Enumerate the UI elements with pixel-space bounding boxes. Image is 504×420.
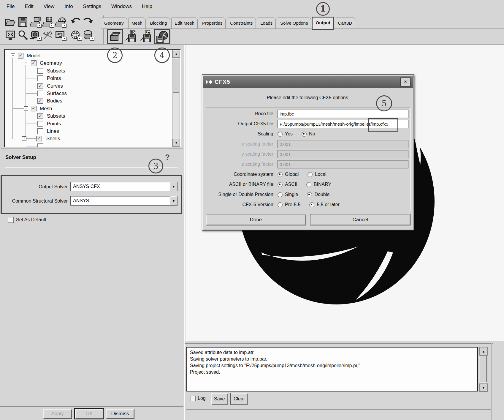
radio-selected-icon: [307, 192, 312, 197]
scaling-yes-radio[interactable]: Yes: [278, 131, 293, 137]
collapse-expander-icon[interactable]: −: [24, 106, 28, 111]
log-scrollbar[interactable]: ▲ ▼: [479, 347, 487, 392]
ascii-binary-row: ASCII or BINARY file: ASCII BINARY: [206, 179, 410, 190]
wireframe-display-button[interactable]: ▼: [69, 29, 82, 41]
help-icon[interactable]: ?: [165, 153, 170, 162]
tree-item-lines[interactable]: Lines: [5, 128, 180, 135]
checkbox-unchecked-icon[interactable]: [37, 68, 43, 74]
dismiss-button[interactable]: Dismiss: [106, 409, 134, 419]
checkbox-checked-icon[interactable]: ✓: [37, 113, 43, 119]
menu-info[interactable]: Info: [64, 4, 73, 10]
log-save-button[interactable]: Save: [211, 393, 228, 405]
write-input-button[interactable]: 4: [154, 29, 170, 45]
log-checkbox[interactable]: [190, 396, 196, 401]
tab-output[interactable]: Output 1: [312, 17, 334, 30]
scroll-down-button[interactable]: ▼: [479, 383, 488, 392]
checkbox-checked-icon[interactable]: ✓: [18, 53, 23, 59]
open-geometry-button[interactable]: ▼: [29, 16, 42, 28]
checkbox-checked-icon[interactable]: ✓: [31, 60, 37, 66]
done-button[interactable]: Done: [206, 214, 306, 225]
checkbox-unchecked-icon[interactable]: [37, 128, 43, 134]
coord-local-radio[interactable]: Local: [308, 172, 326, 177]
tree-item-geometry[interactable]: − ✓ Geometry: [5, 60, 180, 67]
boundary-conditions-button[interactable]: BC: [124, 29, 138, 43]
scroll-up-button[interactable]: ▲: [479, 347, 488, 356]
precision-single-radio[interactable]: Single: [278, 192, 298, 197]
menu-windows[interactable]: Windows: [111, 4, 132, 10]
tree-item-curves[interactable]: ✓ Curves: [5, 83, 180, 90]
log-line: Saving project settings to "F:/25pumps/p…: [190, 362, 474, 369]
checkbox-checked-icon[interactable]: ✓: [37, 98, 43, 104]
tab-cart3d[interactable]: Cart3D: [335, 18, 356, 29]
checkbox-checked-icon[interactable]: ✓: [36, 136, 42, 141]
open-project-button[interactable]: [4, 16, 17, 28]
scrollbar-thumb[interactable]: [480, 356, 487, 382]
checkbox-unchecked-icon[interactable]: [37, 121, 43, 127]
cancel-button[interactable]: Cancel: [310, 214, 411, 225]
tab-mesh[interactable]: Mesh: [128, 18, 146, 29]
scaling-no-radio[interactable]: No: [302, 131, 315, 137]
tab-properties[interactable]: Properties: [199, 18, 226, 29]
boundary-conditions-icon: BC: [124, 30, 137, 43]
version-pre55-radio[interactable]: Pre-5.5: [278, 202, 300, 207]
tree-item-mesh-subsets[interactable]: ✓ Subsets: [5, 113, 180, 120]
set-as-default-checkbox[interactable]: [8, 217, 14, 223]
tree-item-shells[interactable]: + ✓ Shells: [5, 135, 180, 142]
cfx5-dialog-titlebar[interactable]: CFX5 ✕: [203, 76, 413, 88]
format-binary-radio[interactable]: BINARY: [306, 182, 331, 187]
scroll-down-button[interactable]: ▼: [172, 139, 180, 146]
toolbox-icon: [109, 31, 121, 42]
write-solver-input-button[interactable]: 2: [107, 29, 123, 44]
write-parameters-button[interactable]: Par: [139, 29, 153, 43]
tree-item-mesh[interactable]: − ✓ Mesh: [5, 105, 180, 112]
tab-edit-mesh[interactable]: Edit Mesh: [171, 18, 198, 29]
open-blocking-button[interactable]: ▼: [54, 16, 66, 28]
measure-button[interactable]: ▼: [29, 29, 42, 41]
version-55-later-radio[interactable]: 5.5 or later: [309, 202, 339, 207]
model-tree-panel[interactable]: − ✓ Model − ✓ Geometry Subsets Points ✓ …: [4, 49, 181, 147]
log-clear-button[interactable]: Clear: [230, 393, 248, 405]
checkbox-unchecked-icon[interactable]: [37, 91, 43, 96]
tab-solve-options[interactable]: Solve Options: [277, 18, 311, 29]
menu-edit[interactable]: Edit: [25, 4, 33, 10]
apply-button[interactable]: Apply: [43, 409, 72, 419]
tab-geometry[interactable]: Geometry: [101, 18, 127, 29]
set-as-default-label: Set As Default: [16, 217, 46, 222]
boco-file-input[interactable]: [278, 110, 408, 118]
tabstrip-baseline: [101, 29, 504, 29]
local-coordinate-system-button[interactable]: LCS: [42, 29, 54, 41]
checkbox-unchecked-icon[interactable]: [37, 75, 43, 81]
collapse-expander-icon[interactable]: −: [11, 53, 15, 58]
open-mesh-button[interactable]: ▼: [42, 16, 54, 28]
reset-view-button[interactable]: ▼: [54, 29, 66, 41]
format-ascii-radio[interactable]: ASCII: [278, 182, 297, 187]
tree-item-surfaces[interactable]: Surfaces: [5, 90, 180, 97]
scrollbar-thumb[interactable]: [173, 58, 179, 93]
tree-scrollbar[interactable]: ▲ ▼: [172, 50, 180, 147]
menu-view[interactable]: View: [44, 4, 55, 10]
scroll-up-button[interactable]: ▲: [172, 50, 180, 58]
checkbox-checked-icon[interactable]: ✓: [31, 106, 37, 111]
fit-window-button[interactable]: [4, 29, 17, 41]
close-icon[interactable]: ✕: [400, 78, 411, 86]
tree-item-geometry-points[interactable]: Points: [5, 75, 180, 82]
menu-help[interactable]: Help: [142, 4, 152, 10]
menu-settings[interactable]: Settings: [83, 4, 101, 10]
solid-display-button[interactable]: ▼: [82, 29, 94, 41]
checkbox-checked-icon[interactable]: ✓: [37, 83, 43, 89]
precision-double-radio[interactable]: Double: [307, 192, 329, 197]
coord-global-radio[interactable]: Global: [278, 172, 299, 177]
tree-item-geometry-subsets[interactable]: Subsets: [5, 67, 180, 75]
tab-constraints[interactable]: Constraints: [227, 18, 256, 29]
tree-item-mesh-points[interactable]: Points: [5, 120, 180, 127]
menu-file[interactable]: File: [7, 4, 15, 10]
redo-button[interactable]: [82, 16, 94, 28]
zoom-button[interactable]: [17, 29, 29, 41]
tree-item-bodies[interactable]: ✓ Bodies: [5, 97, 180, 105]
ok-button[interactable]: OK: [75, 409, 104, 419]
collapse-expander-icon[interactable]: −: [24, 61, 28, 65]
tab-blocking[interactable]: Blocking: [147, 18, 170, 29]
undo-button[interactable]: [69, 16, 82, 28]
save-project-button[interactable]: [17, 16, 29, 28]
tab-loads[interactable]: Loads: [257, 18, 276, 29]
